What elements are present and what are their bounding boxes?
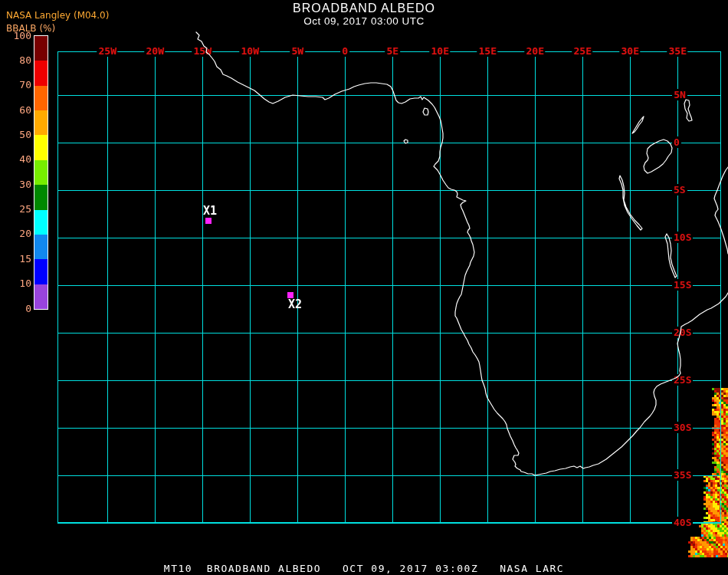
marker-x1-label: X1 xyxy=(203,205,217,217)
marker-x1-point xyxy=(205,218,212,224)
gridline-vertical xyxy=(535,51,536,523)
gridline-vertical xyxy=(582,51,583,523)
colorbar-segment xyxy=(34,61,48,85)
lon-label: 15W xyxy=(192,45,212,57)
gridline-horizontal xyxy=(57,143,721,143)
gridline-horizontal xyxy=(57,95,721,96)
colorbar-tick-label: 25 xyxy=(0,203,31,215)
lat-label: 25S xyxy=(672,374,693,386)
lon-label: 25W xyxy=(97,45,117,57)
gridline-vertical xyxy=(202,51,203,523)
colorbar-tick-label: 20 xyxy=(0,228,31,239)
colorbar-segment xyxy=(34,185,48,209)
map-frame-border xyxy=(57,51,721,523)
lat-label: 5S xyxy=(672,184,687,196)
lon-label: 5E xyxy=(385,45,400,57)
gridline-horizontal xyxy=(57,475,721,476)
lon-label: 10W xyxy=(239,45,260,57)
gridline-vertical xyxy=(392,51,393,523)
lon-label: 0 xyxy=(340,45,349,57)
footer-caption: MT10 BROADBAND ALBEDO OCT 09, 2017 03:00… xyxy=(0,563,728,574)
colorbar-segment xyxy=(34,160,48,185)
gridline-horizontal xyxy=(57,238,721,238)
gridline-horizontal xyxy=(57,285,721,286)
lat-label: 35S xyxy=(672,469,693,481)
page-title: BROADBAND ALBEDO xyxy=(0,2,728,15)
colorbar-segment xyxy=(34,110,48,135)
gridline-vertical xyxy=(630,51,631,523)
gridline-horizontal xyxy=(57,380,721,381)
gridline-vertical xyxy=(107,51,108,523)
colorbar-tick-label: 50 xyxy=(0,129,31,140)
colorbar-segment xyxy=(34,135,48,159)
colorbar-tick-label: 40 xyxy=(0,153,31,165)
colorbar-tick-label: 30 xyxy=(0,179,31,190)
colorbar-tick-label: 100 xyxy=(0,30,31,41)
marker-x2-label: X2 xyxy=(288,299,302,310)
lat-label: 10S xyxy=(672,232,693,243)
colorbar xyxy=(34,35,48,310)
colorbar-tick-label: 15 xyxy=(0,253,31,264)
gridline-horizontal xyxy=(57,523,721,524)
gridline-vertical xyxy=(487,51,488,523)
gridline-vertical xyxy=(297,51,298,523)
gridline-horizontal xyxy=(57,190,721,191)
gridline-vertical xyxy=(345,51,346,523)
lat-label: 5N xyxy=(672,89,687,100)
lon-label: 25E xyxy=(572,45,592,57)
colorbar-segment xyxy=(34,210,48,235)
colorbar-tick-label: 70 xyxy=(0,79,31,90)
lon-label: 15E xyxy=(477,45,497,57)
colorbar-tick-label: 10 xyxy=(0,278,31,289)
colorbar-tick-label: 60 xyxy=(0,104,31,116)
albedo-map-screen: 25W20W15W10W5W05E10E15E20E25E30E35E5N05S… xyxy=(0,0,728,575)
gridline-vertical xyxy=(155,51,156,523)
colorbar-segment xyxy=(34,259,48,284)
colorbar-tick-label: 0 xyxy=(0,303,31,314)
gridline-horizontal xyxy=(57,428,721,429)
gridline-vertical xyxy=(250,51,251,523)
colorbar-segment xyxy=(34,36,48,61)
gridline-vertical xyxy=(440,51,441,523)
lat-label: 20S xyxy=(672,327,693,338)
lat-label: 15S xyxy=(672,279,693,291)
lat-label: 0 xyxy=(672,136,681,148)
lon-label: 30E xyxy=(619,45,640,57)
lat-label: 40S xyxy=(672,517,693,528)
lon-label: 10E xyxy=(429,45,450,57)
colorbar-segment xyxy=(34,86,48,110)
gridline-horizontal xyxy=(57,333,721,334)
lon-label: 5W xyxy=(290,45,305,57)
lat-label: 30S xyxy=(672,422,693,433)
lon-label: 20E xyxy=(524,45,545,57)
lon-label: 35E xyxy=(667,45,687,57)
colorbar-segment xyxy=(34,284,48,309)
lon-label: 20W xyxy=(144,45,165,57)
colorbar-tick-label: 80 xyxy=(0,54,31,66)
colorbar-segment xyxy=(34,235,48,259)
timestamp-subtitle: Oct 09, 2017 03:00 UTC xyxy=(0,15,728,27)
colorbar-ticks: 100807060504030252015100 xyxy=(0,0,31,322)
